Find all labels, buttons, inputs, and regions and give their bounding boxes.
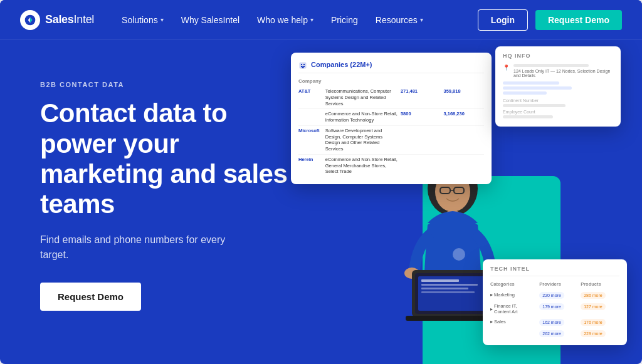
tech-providers: 220 more (539, 292, 578, 301)
hq-bar (513, 64, 589, 67)
tech-providers: 179 more (539, 303, 578, 316)
tech-providers: 262 more (539, 330, 578, 339)
tech-category (490, 330, 537, 339)
svg-rect-26 (302, 66, 304, 68)
logo-text: SalesIntel (45, 13, 94, 26)
tech-products: 176 more (581, 319, 619, 328)
tech-products: 229 more (581, 330, 619, 339)
hero-right: Companies (22M+) Company AT&T Telecommun… (303, 40, 602, 364)
nav-pricing[interactable]: Pricing (324, 10, 366, 30)
building-icon (298, 60, 307, 69)
hero-title: Contact data to power your marketing and… (40, 98, 303, 219)
svg-rect-16 (421, 284, 478, 286)
hero-subtitle: Find emails and phone numbers for every … (40, 232, 253, 263)
nav-solutions[interactable]: Solutions ▾ (114, 10, 171, 30)
tech-intel-mockup: TECH INTEL Categories Providers Products… (483, 259, 627, 345)
nav-why-salesintel[interactable]: Why SalesIntel (174, 10, 247, 30)
tech-intel-grid: Categories Providers Products ▸ Marketin… (490, 281, 619, 339)
table-row: AT&T Telecommunications, Computer System… (298, 86, 484, 109)
nav-who-we-help[interactable]: Who we help ▾ (250, 10, 321, 30)
request-demo-button-hero[interactable]: Request Demo (40, 283, 141, 311)
hero-left: B2B CONTACT DATA Contact data to power y… (40, 40, 303, 364)
tech-intel-title: TECH INTEL (490, 266, 619, 276)
svg-rect-18 (421, 291, 475, 293)
hq-info-mockup: HQ INFO 📍 124 Leads Only IT — 12 Nodes, … (495, 46, 621, 127)
tech-category: ▸ Marketing (490, 292, 537, 301)
svg-point-9 (453, 248, 465, 261)
chevron-down-icon: ▾ (160, 16, 164, 23)
table-row: eCommerce and Non-Store Retail, Informat… (298, 109, 484, 126)
tech-products: 286 more (581, 292, 619, 301)
svg-rect-15 (421, 279, 459, 282)
tech-category: ▸ Finance IT,Content Art (490, 303, 537, 316)
page-wrapper: SalesIntel Solutions ▾ Why SalesIntel Wh… (0, 0, 642, 364)
tech-providers: 162 more (539, 319, 578, 328)
hq-row: 📍 124 Leads Only IT — 12 Nodes, Selectio… (503, 64, 613, 78)
nav-links: Solutions ▾ Why SalesIntel Who we help ▾… (114, 10, 473, 30)
table-title: Companies (22M+) (311, 61, 372, 68)
location-icon: 📍 (503, 65, 510, 71)
nav-actions: Login Request Demo (478, 9, 622, 31)
svg-rect-17 (421, 288, 468, 289)
companies-table-mockup: Companies (22M+) Company AT&T Telecommun… (291, 53, 492, 184)
navbar: SalesIntel Solutions ▾ Why SalesIntel Wh… (0, 0, 642, 40)
col-headers: Company (298, 78, 484, 84)
tech-products: 127 more (581, 303, 619, 316)
hero-badge: B2B CONTACT DATA (40, 81, 303, 88)
chevron-down-icon-3: ▾ (420, 16, 423, 23)
logo-icon (20, 10, 40, 30)
tech-category: ▸ Sales (490, 319, 537, 328)
login-button[interactable]: Login (478, 9, 528, 31)
request-demo-button-nav[interactable]: Request Demo (535, 10, 622, 30)
table-row: Herein eCommerce and Non-Store Retail, G… (298, 155, 484, 177)
hero-section: B2B CONTACT DATA Contact data to power y… (0, 40, 642, 364)
svg-rect-23 (303, 64, 305, 65)
nav-resources[interactable]: Resources ▾ (368, 10, 431, 30)
logo[interactable]: SalesIntel (20, 10, 94, 30)
hq-info-title: HQ INFO (503, 53, 613, 59)
chevron-down-icon-2: ▾ (310, 16, 313, 23)
svg-rect-22 (301, 64, 302, 65)
table-row: Microsoft Software Development and Desig… (298, 126, 484, 155)
